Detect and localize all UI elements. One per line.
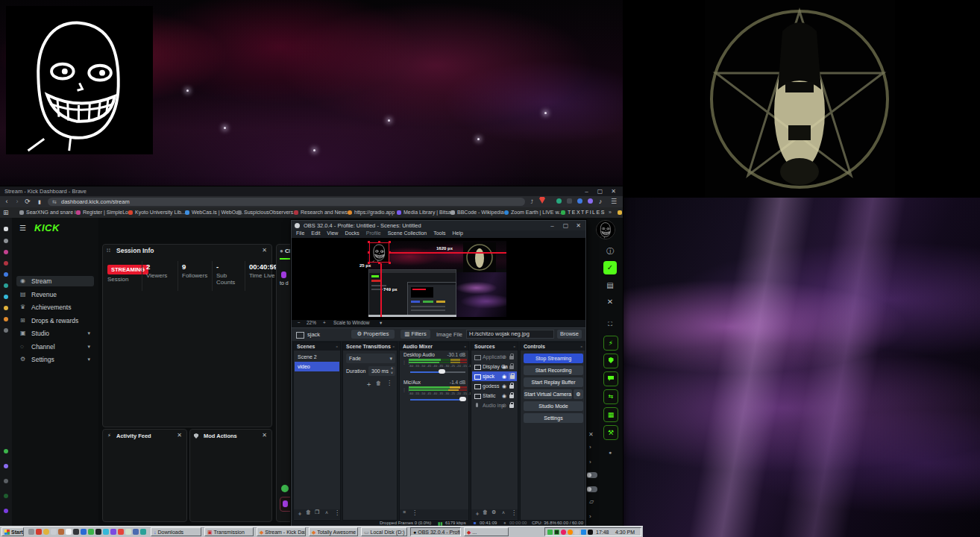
toggle-switch[interactable] xyxy=(586,472,597,478)
source-properties-icon[interactable]: ⚙ xyxy=(491,509,496,515)
rail-icon[interactable] xyxy=(4,509,8,513)
start-button[interactable]: Start xyxy=(1,527,24,536)
swap-widget-icon[interactable]: ⇆ xyxy=(603,389,618,404)
quicklaunch-icon[interactable] xyxy=(36,529,42,535)
lock-open-icon[interactable] xyxy=(509,365,514,369)
source-item-audio-input[interactable]: Audio inp ⊘ xyxy=(472,401,517,410)
sidebar-item-studio[interactable]: ▣Studio▾ xyxy=(16,328,94,339)
mod-widget-icon[interactable] xyxy=(603,354,618,368)
menu-edit[interactable]: Edit xyxy=(311,230,320,236)
transitions-header[interactable]: Scene Transitions▫ xyxy=(343,342,397,351)
sidebar-item-stream[interactable]: ◉Stream xyxy=(16,276,94,286)
sidebar-item-channel[interactable]: ◌Channel▾ xyxy=(16,342,94,352)
rail-icon[interactable] xyxy=(4,283,8,288)
sidebar-item-settings[interactable]: ⚙Settings▾ xyxy=(16,354,94,365)
advanced-audio-icon[interactable]: ≡ xyxy=(403,509,406,515)
menu-docks[interactable]: Docks xyxy=(345,230,359,236)
remove-source-icon[interactable]: 🗑︎ xyxy=(483,509,488,515)
chevron-right-icon[interactable]: › xyxy=(589,513,591,520)
share-dots-icon[interactable]: ● xyxy=(603,446,617,459)
session-info-header[interactable]: ∷ Session Info ✕ xyxy=(103,245,271,257)
selection-handle[interactable] xyxy=(389,262,391,264)
lock-icon[interactable] xyxy=(509,385,514,389)
task-button-brave-window[interactable]: ◆ Totally Awesome Friends... xyxy=(309,527,358,536)
browser-minimize-button[interactable]: – xyxy=(583,188,590,195)
reload-icon[interactable]: ⟳ xyxy=(22,196,33,207)
controls-header[interactable]: Controls▫ xyxy=(521,342,585,351)
eye-icon[interactable]: ◉ xyxy=(502,391,506,401)
source-item-static[interactable]: Static ◉ xyxy=(472,391,517,401)
task-button-kick-dashboard[interactable]: ◆ Stream - Kick Dashboard... xyxy=(257,527,306,536)
scenes-header[interactable]: Scenes▫ xyxy=(294,342,340,351)
spinner-down-icon[interactable]: ˅ xyxy=(391,368,393,378)
bookmark-item[interactable]: https://gradio.app xyxy=(348,207,395,218)
lock-button[interactable] xyxy=(509,373,515,380)
tray-icon[interactable] xyxy=(547,530,553,535)
bookmark-item[interactable]: SearXNG and snare i... xyxy=(19,207,80,218)
transition-select[interactable]: Fade ▾ xyxy=(346,354,395,363)
filters-button[interactable]: ▥ Filters xyxy=(401,330,430,339)
source-item-display-capture[interactable]: Display Ca ◉ xyxy=(472,362,517,371)
quicklaunch-icon[interactable] xyxy=(140,529,146,535)
chevron-right-icon[interactable]: › xyxy=(589,459,591,465)
site-info-icon[interactable]: ⇆ xyxy=(52,198,57,206)
eye-off-icon[interactable]: ⊘ xyxy=(502,401,506,410)
selection-handle[interactable] xyxy=(368,241,370,243)
source-item-application-audio[interactable]: Applicatio ⊘ xyxy=(472,352,517,362)
bookmark-item[interactable]: TEXTFILES xyxy=(561,207,606,218)
toggle-switch[interactable] xyxy=(586,486,597,492)
quicklaunch-icon[interactable] xyxy=(66,529,72,535)
eye-icon[interactable]: ◉ xyxy=(502,362,506,371)
obs-titlebar[interactable]: OBS 32.0.4 - Profile: Untitled - Scenes:… xyxy=(292,221,585,230)
widget-close-icon[interactable]: ✕ xyxy=(588,431,594,438)
duplicate-scene-icon[interactable]: ❐ xyxy=(315,509,319,515)
volume-slider-track[interactable] xyxy=(410,371,465,373)
rail-icon[interactable] xyxy=(4,464,8,468)
selection-handle[interactable] xyxy=(378,241,380,243)
image-path-field[interactable]: H:/schitzo wojak neg.jpg xyxy=(466,330,554,339)
stop-streaming-button[interactable]: Stop Streaming xyxy=(524,354,583,363)
browse-button[interactable]: Browse xyxy=(557,330,582,339)
activity-close-icon[interactable]: ✕ xyxy=(177,430,182,442)
bookmark-item[interactable]: WebCas.is | WebOa... xyxy=(185,207,243,218)
tray-mic-icon[interactable] xyxy=(588,530,593,535)
chat-widget-icon[interactable] xyxy=(603,371,618,386)
tray-icon[interactable] xyxy=(574,530,579,535)
selection-handle[interactable] xyxy=(368,251,370,254)
brave-shields-icon[interactable] xyxy=(537,196,547,207)
quicklaunch-icon[interactable] xyxy=(88,529,94,535)
drag-handle-icon[interactable]: ∷ xyxy=(107,245,110,257)
task-button-local-disk[interactable]: ▭ Local Disk (D:) xyxy=(361,527,407,536)
sidebar-item-revenue[interactable]: ▤Revenue xyxy=(16,289,94,300)
obs-close-button[interactable]: ✕ xyxy=(575,222,582,229)
obs-preview[interactable]: 1620 px 749 px 25 px xyxy=(292,238,585,320)
menu-profile[interactable]: Profile xyxy=(366,230,381,236)
rail-icon[interactable] xyxy=(4,328,8,333)
tray-speaker-icon[interactable] xyxy=(581,530,586,535)
share-icon[interactable]: ⤴ xyxy=(527,196,537,207)
start-recording-button[interactable]: Start Recording xyxy=(524,365,583,375)
zoom-in-button[interactable]: + xyxy=(323,320,326,325)
lock-icon[interactable] xyxy=(509,395,514,398)
sidebar-panel-icon[interactable] xyxy=(4,227,8,231)
bookmark-item[interactable]: SuspiciousObservers... xyxy=(237,207,298,218)
settings-button[interactable]: Settings xyxy=(524,413,583,423)
bookmark-item[interactable]: Research and News... xyxy=(294,207,352,218)
all-bookmarks-button[interactable] xyxy=(618,207,624,218)
obs-maximize-button[interactable]: ▢ xyxy=(562,222,569,229)
rail-icon[interactable] xyxy=(4,295,8,299)
selection-handle[interactable] xyxy=(389,241,391,243)
menu-scene-collection[interactable]: Scene Collection xyxy=(388,230,427,236)
rail-icon[interactable] xyxy=(4,261,8,266)
list-icon[interactable]: ▤ xyxy=(603,279,617,292)
sidebar-item-achievements[interactable]: ♛Achievements xyxy=(16,302,94,313)
tools-widget-icon[interactable]: ⚒ xyxy=(603,425,618,440)
quicklaunch-icon[interactable] xyxy=(103,529,109,535)
avatar[interactable] xyxy=(596,220,615,239)
eye-off-icon[interactable]: ⊘ xyxy=(502,352,506,362)
quicklaunch-icon[interactable] xyxy=(81,529,87,535)
menu-file[interactable]: File xyxy=(296,230,304,236)
rail-icon[interactable] xyxy=(4,449,8,453)
rail-icon[interactable] xyxy=(4,494,8,498)
extension-icon-dark[interactable] xyxy=(564,196,574,207)
